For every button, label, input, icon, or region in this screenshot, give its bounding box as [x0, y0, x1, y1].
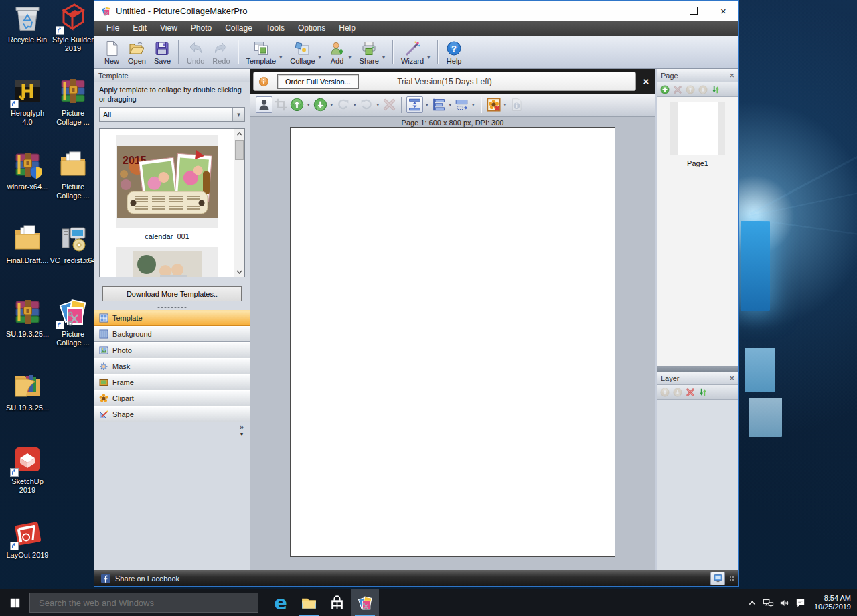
dropdown-arrow-icon[interactable]: ▾ — [349, 45, 355, 60]
tab-overflow-chevron[interactable]: »▾ — [240, 423, 244, 438]
dropdown-arrow-icon[interactable]: ▾ — [502, 102, 509, 108]
send-backward-button[interactable] — [313, 97, 328, 112]
share-on-facebook-link[interactable]: Share on Facebook — [115, 574, 179, 583]
scroll-down-icon[interactable] — [234, 266, 244, 277]
dropdown-arrow-icon[interactable]: ▾ — [279, 45, 285, 60]
template-button[interactable]: Template▾ — [243, 39, 286, 66]
taskbar-explorer-button[interactable] — [295, 589, 323, 616]
make-same-size-button[interactable] — [454, 97, 469, 112]
desktop-icon-su-19-3-25-folder[interactable]: SU.19.3.25... — [0, 370, 58, 412]
add-button[interactable]: Add▾ — [326, 39, 355, 66]
dropdown-arrow-icon[interactable]: ▾ — [329, 102, 335, 108]
collage-button[interactable]: Collage▾ — [287, 39, 324, 66]
layer-panel-close-icon[interactable]: × — [729, 374, 734, 382]
pcm-icon — [57, 296, 89, 328]
menu-file[interactable]: File — [100, 21, 126, 36]
dropdown-arrow-icon[interactable]: ▼ — [232, 108, 244, 121]
tab-background[interactable]: Background — [94, 326, 250, 342]
dropdown-arrow-icon[interactable]: ▾ — [375, 102, 382, 108]
title-bar[interactable]: Untitled - PictureCollageMakerPro × — [94, 1, 738, 21]
taskbar-edge-button[interactable]: e — [266, 589, 295, 616]
page-panel-close-icon[interactable]: × — [729, 71, 734, 80]
action-center-icon[interactable] — [795, 597, 806, 609]
page-thumb-sheet — [678, 102, 718, 155]
save-button[interactable]: Save — [151, 39, 174, 66]
help-button[interactable]: ?Help — [443, 39, 465, 66]
shortcut-arrow-icon — [56, 26, 64, 35]
taskbar-clock[interactable]: 8:54 AM 10/25/2019 — [814, 594, 851, 611]
menu-tools[interactable]: Tools — [259, 21, 291, 36]
template-thumbnail: 2015 — [116, 247, 218, 277]
panel-splitter-handle[interactable] — [94, 304, 250, 310]
page-panel-header: Page × — [657, 69, 738, 82]
dropdown-arrow-icon[interactable]: ▾ — [319, 45, 325, 60]
toolbar-button-label: Undo — [187, 57, 204, 65]
bring-forward-button[interactable] — [289, 97, 305, 112]
add-page-button[interactable] — [660, 85, 670, 94]
network-icon[interactable] — [763, 597, 774, 609]
order-full-version-button[interactable]: Order Full Version... — [277, 74, 359, 89]
tab-frame[interactable]: Frame — [94, 374, 250, 390]
start-button[interactable] — [0, 589, 29, 616]
collage-page-canvas[interactable] — [290, 127, 615, 557]
taskbar-search[interactable] — [29, 593, 258, 613]
menu-collage[interactable]: Collage — [218, 21, 259, 36]
desktop-icon-layout-2019[interactable]: LayOut 2019 — [0, 517, 58, 560]
share-button[interactable]: Share▾ — [356, 39, 388, 66]
search-input[interactable] — [30, 597, 258, 609]
tab-label: Background — [112, 330, 152, 338]
dropdown-arrow-icon[interactable]: ▾ — [305, 102, 312, 108]
wizard-button[interactable]: Wizard▾ — [398, 39, 433, 66]
template-item[interactable]: 2015calendar_002 — [100, 247, 234, 277]
template-item[interactable]: 2015calendar_001 — [100, 135, 234, 240]
scrollbar-thumb[interactable] — [235, 140, 244, 160]
tab-mask[interactable]: Mask — [94, 358, 250, 374]
tab-clipart[interactable]: Clipart — [94, 390, 250, 406]
trial-strip-close-icon[interactable]: × — [637, 76, 655, 87]
template-filter-dropdown[interactable]: All ▼ — [99, 107, 245, 122]
dropdown-arrow-icon[interactable]: ▾ — [424, 102, 431, 108]
minimize-button[interactable] — [648, 1, 678, 21]
download-more-templates-button[interactable]: Download More Templates.. — [102, 286, 242, 301]
swap-layers-button[interactable] — [698, 388, 708, 397]
screen-share-icon[interactable] — [710, 572, 725, 585]
dropdown-arrow-icon[interactable]: ▾ — [382, 45, 388, 60]
page-thumbnail[interactable] — [670, 102, 725, 155]
swap-pages-button[interactable] — [711, 85, 720, 94]
menu-help[interactable]: Help — [332, 21, 362, 36]
new-button[interactable]: New — [100, 39, 123, 66]
toolbar-button-label: Template — [246, 57, 277, 65]
menu-view[interactable]: View — [153, 21, 184, 36]
tray-chevron-icon[interactable] — [747, 597, 758, 609]
toolbar-button-label: New — [104, 57, 119, 65]
align-button[interactable] — [431, 97, 447, 112]
template-list-scrollbar[interactable] — [234, 129, 244, 277]
maximize-button[interactable] — [678, 1, 708, 21]
volume-icon[interactable] — [779, 597, 790, 609]
shortcut-arrow-icon — [10, 542, 19, 550]
delete-layer-button[interactable] — [686, 388, 695, 397]
dropdown-arrow-icon[interactable]: ▾ — [470, 102, 477, 108]
remove-clipart-button[interactable] — [486, 97, 501, 112]
scroll-up-icon[interactable] — [234, 129, 244, 139]
dropdown-arrow-icon[interactable]: ▾ — [427, 45, 433, 60]
close-button[interactable]: × — [708, 1, 738, 21]
dropdown-arrow-icon[interactable]: ▾ — [352, 102, 358, 108]
template-panel-header: Template — [94, 69, 250, 82]
menu-edit[interactable]: Edit — [126, 21, 153, 36]
resize-grip[interactable] — [729, 576, 734, 581]
tab-photo[interactable]: Photo — [94, 342, 250, 358]
page-layer-splitter[interactable] — [657, 366, 738, 372]
tab-template[interactable]: Template — [94, 310, 250, 326]
select-photo-tool[interactable] — [256, 96, 272, 113]
open-button[interactable]: Open — [125, 39, 149, 66]
desktop-icon-sketchup-2019[interactable]: SketchUp 2019 — [0, 443, 58, 495]
dropdown-arrow-icon[interactable]: ▾ — [447, 102, 454, 108]
taskbar-store-button[interactable] — [323, 589, 351, 616]
person-icon — [257, 98, 271, 112]
space-evenly-button[interactable] — [406, 96, 423, 113]
tab-shape[interactable]: Shape — [94, 406, 250, 422]
taskbar-collage-maker-button[interactable] — [351, 589, 379, 616]
menu-photo[interactable]: Photo — [184, 21, 218, 36]
menu-options[interactable]: Options — [291, 21, 332, 36]
